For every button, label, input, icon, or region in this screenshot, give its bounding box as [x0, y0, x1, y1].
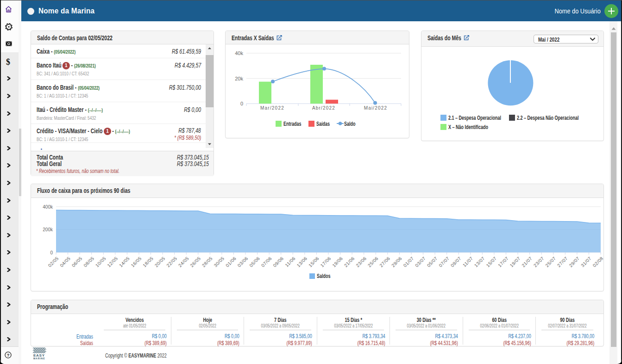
- svg-text:01/06: 01/06: [225, 256, 237, 268]
- svg-text:03/07: 03/07: [414, 256, 427, 268]
- svg-text:09/06: 09/06: [272, 256, 284, 268]
- svg-text:13/07: 13/07: [473, 256, 486, 268]
- svg-text:07/07: 07/07: [438, 256, 450, 268]
- svg-text:29/07: 29/07: [568, 256, 581, 268]
- svg-text:10/05: 10/05: [94, 256, 107, 268]
- svg-text:MARINE: MARINE: [33, 357, 45, 360]
- svg-text:28/05: 28/05: [201, 256, 214, 268]
- svg-text:02/08: 02/08: [592, 256, 604, 268]
- svg-text:07/06: 07/06: [260, 256, 273, 268]
- svg-text:?: ?: [7, 353, 10, 358]
- svg-text:Mai/2022: Mai/2022: [364, 105, 388, 111]
- svg-text:22/05: 22/05: [165, 256, 178, 268]
- svg-text:05/07: 05/07: [426, 256, 439, 268]
- svg-text:05/06: 05/06: [248, 256, 261, 268]
- svg-text:23/06: 23/06: [355, 256, 367, 268]
- svg-text:18/05: 18/05: [142, 256, 154, 268]
- svg-text:19/06: 19/06: [331, 256, 344, 268]
- svg-text:04/05: 04/05: [59, 256, 71, 268]
- svg-text:12/05: 12/05: [106, 256, 119, 268]
- svg-text:Abr/2022: Abr/2022: [312, 105, 335, 111]
- svg-text:20/05: 20/05: [154, 256, 166, 268]
- svg-text:17/06: 17/06: [320, 256, 332, 268]
- svg-text:27/06: 27/06: [378, 256, 391, 268]
- svg-text:01/07: 01/07: [402, 256, 415, 268]
- svg-text:17/07: 17/07: [497, 256, 509, 268]
- svg-text:09/07: 09/07: [450, 256, 462, 268]
- svg-text:40k: 40k: [235, 50, 243, 56]
- svg-text:200k: 200k: [43, 227, 53, 232]
- svg-text:03/06: 03/06: [237, 256, 249, 268]
- svg-text:08/05: 08/05: [82, 256, 95, 268]
- svg-text:30/05: 30/05: [213, 256, 226, 268]
- svg-text:0: 0: [50, 250, 53, 255]
- svg-text:27/07: 27/07: [556, 256, 569, 268]
- svg-text:23/07: 23/07: [533, 256, 545, 268]
- svg-text:29/06: 29/06: [390, 256, 403, 268]
- svg-text:31/07: 31/07: [580, 256, 592, 268]
- svg-text:26/05: 26/05: [189, 256, 201, 268]
- svg-text:15/07: 15/07: [485, 256, 498, 268]
- svg-text:20k: 20k: [235, 76, 243, 81]
- svg-text:21/07: 21/07: [521, 256, 533, 268]
- svg-text:25/07: 25/07: [544, 256, 557, 268]
- svg-text:15/06: 15/06: [308, 256, 320, 268]
- svg-text:400k: 400k: [43, 204, 53, 210]
- svg-text:21/06: 21/06: [343, 256, 356, 268]
- svg-text:06/05: 06/05: [71, 256, 83, 268]
- svg-text:24/05: 24/05: [177, 256, 190, 268]
- svg-text:19/07: 19/07: [509, 256, 521, 268]
- svg-text:0: 0: [240, 101, 243, 106]
- svg-text:Mar/2022: Mar/2022: [260, 105, 284, 111]
- svg-text:25/06: 25/06: [367, 256, 379, 268]
- svg-text:14/05: 14/05: [118, 256, 131, 268]
- svg-text:02/05: 02/05: [47, 256, 60, 268]
- svg-text:16/05: 16/05: [130, 256, 143, 268]
- svg-text:11/07: 11/07: [462, 256, 474, 268]
- svg-text:13/06: 13/06: [296, 256, 308, 268]
- svg-text:11/06: 11/06: [284, 256, 296, 268]
